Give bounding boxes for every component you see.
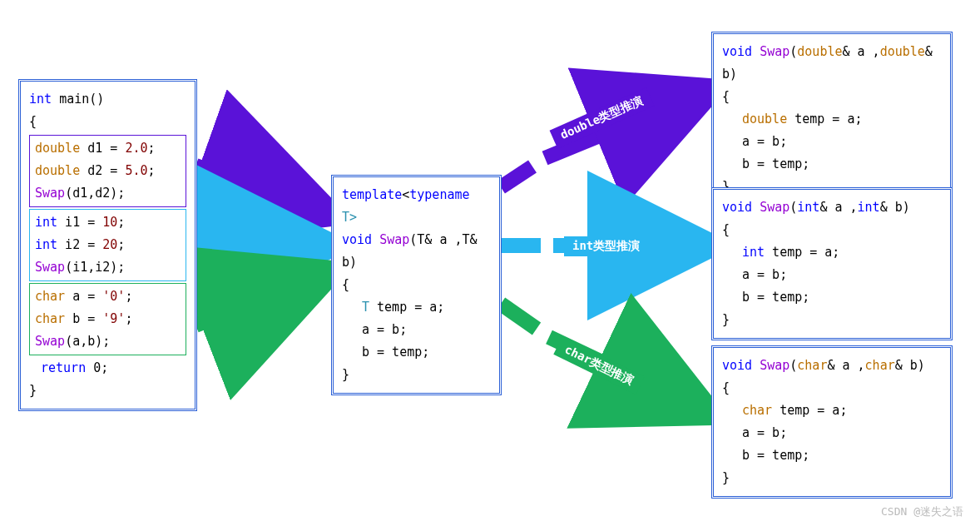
block-int: int i1 = 10; int i2 = 20; Swap(i1,i2); xyxy=(29,209,186,281)
template-box: template<typename T> void Swap(T& a ,T& … xyxy=(331,175,502,395)
svg-line-7 xyxy=(501,304,537,329)
svg-line-2 xyxy=(196,275,324,325)
block-double: double d1 = 2.0; double d2 = 5.0; Swap(d… xyxy=(29,135,186,207)
deduced-char-box: void Swap(char& a ,char& b) { char temp … xyxy=(711,345,953,499)
brace-open: { xyxy=(29,111,186,133)
svg-line-3 xyxy=(501,166,532,187)
label-int-deduction: int类型推演 xyxy=(564,236,648,256)
deduced-double-box: void Swap(double& a ,double& b) { double… xyxy=(711,32,953,207)
label-double-deduction: double类型推演 xyxy=(550,87,654,148)
svg-line-0 xyxy=(196,166,324,212)
deduced-int-box: void Swap(int& a ,int& b) { int temp = a… xyxy=(711,187,953,340)
main-box: int main() { double d1 = 2.0; double d2 … xyxy=(18,79,197,411)
kw-int: int xyxy=(29,92,52,107)
brace-close: } xyxy=(29,380,186,402)
watermark: CSDN @迷失之语 xyxy=(881,504,963,519)
block-char: char a = '0'; char b = '9'; Swap(a,b); xyxy=(29,283,186,355)
label-char-deduction: char类型推演 xyxy=(553,336,644,394)
fn-main: main() xyxy=(59,92,104,107)
main-sig: int main() xyxy=(29,88,186,111)
